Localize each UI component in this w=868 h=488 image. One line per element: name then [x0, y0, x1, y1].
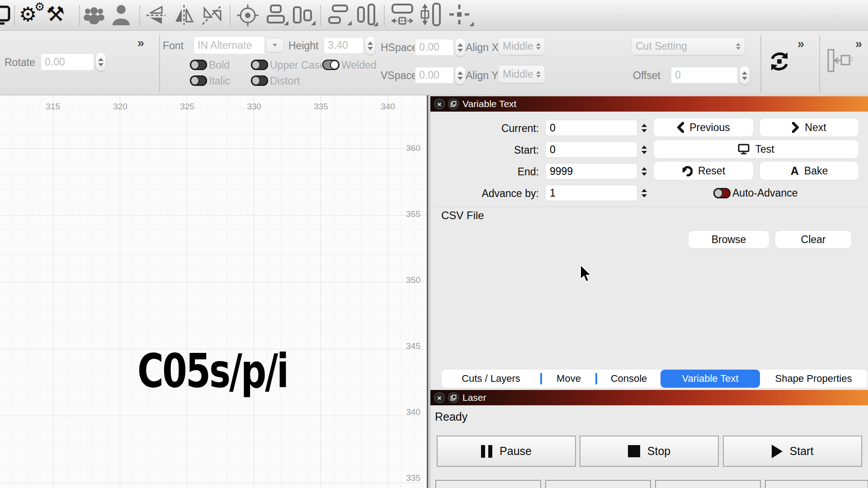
start-input[interactable]: 0	[545, 141, 637, 158]
toolbar-overflow-chevron[interactable]: »	[855, 37, 861, 51]
tab-variable-text[interactable]: Variable Text	[660, 370, 760, 388]
reset-button[interactable]: Reset	[654, 162, 753, 180]
rotate-input[interactable]: 0.00	[41, 53, 94, 70]
laser-secondary-button[interactable]	[765, 480, 868, 488]
laser-secondary-button[interactable]	[655, 480, 761, 488]
font-dropdown-button[interactable]	[266, 38, 284, 52]
font-combobox[interactable]: IN Alternate	[193, 36, 265, 54]
cut-setting-value: Cut Setting	[636, 40, 687, 52]
main-toolbar: ⚙ ⚙ ⚒	[0, 0, 868, 31]
tab-move[interactable]: Move	[542, 370, 595, 388]
float-window-icon[interactable]	[448, 99, 458, 109]
device-monitor-icon[interactable]	[0, 5, 11, 25]
italic-toggle[interactable]	[190, 75, 207, 86]
align-x-label: Align X	[466, 42, 499, 54]
align-x-value: Middle	[503, 40, 533, 52]
settings-small-gear-icon: ⚙	[34, 0, 45, 14]
toolbar-overflow-chevron[interactable]: »	[797, 37, 803, 51]
font-label: Font	[163, 40, 184, 52]
stop-button[interactable]: Stop	[580, 436, 719, 467]
test-button[interactable]: Test	[654, 140, 859, 158]
cut-setting-select[interactable]: Cut Setting	[631, 37, 745, 55]
distort-toggle[interactable]	[251, 75, 268, 86]
users-group-icon[interactable]	[83, 5, 105, 25]
vspace-stepper[interactable]	[455, 66, 465, 84]
next-label: Next	[805, 122, 826, 134]
toolbar-separator	[79, 5, 80, 25]
ruler-tick-label: 330	[247, 102, 261, 112]
align-vertical-centers-icon[interactable]	[264, 4, 288, 26]
close-icon[interactable]: ×	[434, 99, 444, 109]
set-width-icon[interactable]	[390, 3, 415, 27]
offset-stepper[interactable]	[740, 66, 750, 84]
toolbar-separator	[384, 5, 385, 25]
move-position-icon[interactable]	[448, 4, 474, 26]
italic-label: Italic	[209, 75, 230, 87]
current-stepper[interactable]	[639, 119, 649, 136]
sync-refresh-icon[interactable]	[768, 50, 791, 73]
test-label: Test	[755, 143, 774, 155]
canvas-text-object[interactable]: C05s/p/i	[137, 347, 288, 394]
advance-by-stepper[interactable]	[639, 184, 649, 202]
workspace-canvas[interactable]: 315 320 325 330 335 340 360 355 350 345 …	[0, 95, 427, 488]
distort-label: Distort	[270, 75, 300, 87]
mirror-diagonal-icon[interactable]	[200, 4, 224, 26]
welded-toggle[interactable]	[322, 60, 340, 70]
dock-window-icon[interactable]	[826, 49, 854, 72]
auto-advance-toggle[interactable]	[713, 188, 731, 198]
height-input[interactable]: 3.40	[324, 37, 363, 54]
chevron-left-icon	[677, 122, 684, 133]
advance-by-input[interactable]: 1	[545, 185, 637, 201]
height-label: Height	[288, 40, 318, 52]
align-horizontal-centers-icon[interactable]	[291, 4, 316, 26]
float-window-icon[interactable]	[448, 393, 458, 403]
align-y-select[interactable]: Middle	[498, 65, 545, 83]
upper-case-toggle[interactable]	[251, 60, 268, 70]
stop-icon	[628, 445, 640, 457]
align-x-select[interactable]: Middle	[498, 37, 545, 55]
tab-shape-properties[interactable]: Shape Properties	[760, 370, 867, 388]
previous-button[interactable]: Previous	[654, 118, 753, 136]
close-icon[interactable]: ×	[434, 393, 444, 403]
vspace-input[interactable]: 0.00	[415, 67, 454, 84]
laser-secondary-button[interactable]	[545, 480, 651, 488]
end-stepper[interactable]	[639, 163, 649, 180]
ruler-tick-label: 335	[406, 473, 420, 483]
browse-label: Browse	[712, 234, 746, 246]
reset-label: Reset	[698, 165, 725, 177]
pause-button[interactable]: Pause	[437, 436, 576, 467]
ruler-tick-label: 345	[406, 341, 420, 351]
laser-secondary-button[interactable]	[435, 480, 541, 488]
browse-button[interactable]: Browse	[689, 231, 769, 248]
end-input[interactable]: 9999	[545, 163, 637, 179]
focus-target-icon[interactable]	[236, 4, 259, 27]
flip-horizontal-icon[interactable]	[172, 4, 196, 26]
start-button[interactable]: Start	[723, 436, 862, 467]
tab-console[interactable]: Console	[597, 370, 660, 388]
set-height-icon[interactable]	[417, 2, 443, 27]
height-stepper[interactable]	[365, 37, 375, 55]
bake-button[interactable]: A Bake	[760, 162, 859, 180]
machine-tools-icon[interactable]: ⚒	[46, 2, 65, 26]
current-input[interactable]: 0	[545, 120, 637, 136]
start-label: Start	[790, 445, 814, 458]
advance-by-label: Advance by:	[448, 188, 539, 200]
distribute-horizontal-icon[interactable]	[326, 4, 352, 26]
bold-label: Bold	[209, 59, 230, 71]
hspace-stepper[interactable]	[455, 38, 465, 56]
clear-button[interactable]: Clear	[775, 231, 851, 248]
distribute-vertical-icon[interactable]	[354, 3, 378, 26]
rotate-stepper[interactable]	[96, 53, 106, 71]
bake-label: Bake	[804, 165, 828, 177]
panel-title: Laser	[462, 392, 486, 403]
toolbar-overflow-chevron[interactable]: »	[137, 36, 143, 50]
panel-title: Variable Text	[462, 99, 516, 109]
flip-vertical-icon[interactable]	[145, 5, 167, 26]
offset-input[interactable]: 0	[671, 67, 738, 84]
tab-cuts-layers[interactable]: Cuts / Layers	[442, 370, 540, 388]
hspace-input[interactable]: 0.00	[415, 39, 454, 56]
bold-toggle[interactable]	[190, 60, 207, 70]
next-button[interactable]: Next	[760, 118, 859, 136]
start-stepper[interactable]	[639, 141, 649, 158]
user-icon[interactable]	[110, 4, 132, 26]
